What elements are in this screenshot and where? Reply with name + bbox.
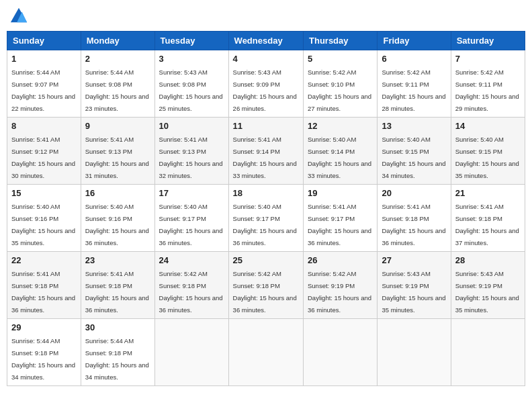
calendar-cell: 20 Sunrise: 5:41 AMSunset: 9:18 PMDaylig… xyxy=(378,185,451,252)
day-number: 8 xyxy=(11,121,77,131)
day-info: Sunrise: 5:41 AMSunset: 9:18 PMDaylight:… xyxy=(11,270,75,314)
day-number: 21 xyxy=(455,188,521,198)
day-number: 9 xyxy=(85,121,150,131)
calendar-cell: 3 Sunrise: 5:43 AMSunset: 9:08 PMDayligh… xyxy=(154,50,228,118)
day-info: Sunrise: 5:43 AMSunset: 9:08 PMDaylight:… xyxy=(159,68,223,112)
day-number: 27 xyxy=(382,255,446,265)
weekday-header-wednesday: Wednesday xyxy=(228,32,303,50)
calendar-cell: 17 Sunrise: 5:40 AMSunset: 9:17 PMDaylig… xyxy=(154,185,228,252)
day-number: 19 xyxy=(308,188,373,198)
day-number: 23 xyxy=(85,255,150,265)
day-number: 2 xyxy=(85,54,150,64)
day-number: 29 xyxy=(11,322,77,332)
calendar-cell: 12 Sunrise: 5:40 AMSunset: 9:14 PMDaylig… xyxy=(304,118,378,185)
day-number: 1 xyxy=(11,54,77,64)
calendar-cell xyxy=(154,319,228,386)
calendar-cell: 4 Sunrise: 5:43 AMSunset: 9:09 PMDayligh… xyxy=(228,50,303,118)
day-info: Sunrise: 5:40 AMSunset: 9:16 PMDaylight:… xyxy=(85,203,149,246)
calendar-week-1: 1 Sunrise: 5:44 AMSunset: 9:07 PMDayligh… xyxy=(7,50,525,118)
day-info: Sunrise: 5:40 AMSunset: 9:15 PMDaylight:… xyxy=(455,136,519,179)
calendar-cell: 8 Sunrise: 5:41 AMSunset: 9:12 PMDayligh… xyxy=(7,118,81,185)
calendar-week-3: 15 Sunrise: 5:40 AMSunset: 9:16 PMDaylig… xyxy=(7,185,525,252)
calendar-cell: 13 Sunrise: 5:40 AMSunset: 9:15 PMDaylig… xyxy=(378,118,451,185)
weekday-header-sunday: Sunday xyxy=(7,32,81,50)
calendar-body: 1 Sunrise: 5:44 AMSunset: 9:07 PMDayligh… xyxy=(7,50,525,386)
calendar-cell: 28 Sunrise: 5:43 AMSunset: 9:19 PMDaylig… xyxy=(451,252,525,319)
day-number: 30 xyxy=(85,322,150,332)
calendar-cell: 7 Sunrise: 5:42 AMSunset: 9:11 PMDayligh… xyxy=(451,50,525,118)
calendar-cell: 18 Sunrise: 5:40 AMSunset: 9:17 PMDaylig… xyxy=(228,185,303,252)
weekday-header-thursday: Thursday xyxy=(304,32,378,50)
day-info: Sunrise: 5:40 AMSunset: 9:17 PMDaylight:… xyxy=(159,203,223,246)
logo-icon xyxy=(9,7,28,26)
page-header xyxy=(7,7,525,26)
day-info: Sunrise: 5:44 AMSunset: 9:08 PMDaylight:… xyxy=(85,68,149,112)
calendar-cell: 10 Sunrise: 5:41 AMSunset: 9:13 PMDaylig… xyxy=(154,118,228,185)
day-number: 5 xyxy=(308,54,373,64)
calendar-cell xyxy=(228,319,303,386)
weekday-header-monday: Monday xyxy=(81,32,154,50)
day-number: 6 xyxy=(382,54,446,64)
calendar-cell: 22 Sunrise: 5:41 AMSunset: 9:18 PMDaylig… xyxy=(7,252,81,319)
day-number: 18 xyxy=(233,188,299,198)
day-info: Sunrise: 5:42 AMSunset: 9:18 PMDaylight:… xyxy=(233,270,297,314)
day-number: 11 xyxy=(233,121,299,131)
calendar-cell: 5 Sunrise: 5:42 AMSunset: 9:10 PMDayligh… xyxy=(304,50,378,118)
day-info: Sunrise: 5:42 AMSunset: 9:18 PMDaylight:… xyxy=(159,270,223,314)
day-info: Sunrise: 5:41 AMSunset: 9:17 PMDaylight:… xyxy=(308,203,371,246)
day-info: Sunrise: 5:41 AMSunset: 9:18 PMDaylight:… xyxy=(455,203,519,246)
day-info: Sunrise: 5:42 AMSunset: 9:11 PMDaylight:… xyxy=(382,68,445,112)
day-info: Sunrise: 5:41 AMSunset: 9:13 PMDaylight:… xyxy=(85,136,149,179)
calendar-cell: 29 Sunrise: 5:44 AMSunset: 9:18 PMDaylig… xyxy=(7,319,81,386)
day-info: Sunrise: 5:40 AMSunset: 9:14 PMDaylight:… xyxy=(308,136,371,179)
calendar-week-5: 29 Sunrise: 5:44 AMSunset: 9:18 PMDaylig… xyxy=(7,319,525,386)
day-info: Sunrise: 5:40 AMSunset: 9:15 PMDaylight:… xyxy=(382,136,445,179)
day-number: 4 xyxy=(233,54,299,64)
calendar-week-4: 22 Sunrise: 5:41 AMSunset: 9:18 PMDaylig… xyxy=(7,252,525,319)
day-number: 3 xyxy=(159,54,224,64)
day-info: Sunrise: 5:40 AMSunset: 9:17 PMDaylight:… xyxy=(233,203,297,246)
day-number: 12 xyxy=(308,121,373,131)
calendar-header-row: SundayMondayTuesdayWednesdayThursdayFrid… xyxy=(7,32,525,50)
logo xyxy=(9,7,28,26)
calendar-table: SundayMondayTuesdayWednesdayThursdayFrid… xyxy=(7,31,525,386)
day-info: Sunrise: 5:44 AMSunset: 9:18 PMDaylight:… xyxy=(11,337,75,381)
day-number: 13 xyxy=(382,121,446,131)
day-number: 25 xyxy=(233,255,299,265)
day-number: 26 xyxy=(308,255,373,265)
day-info: Sunrise: 5:41 AMSunset: 9:13 PMDaylight:… xyxy=(159,136,223,179)
calendar-cell: 9 Sunrise: 5:41 AMSunset: 9:13 PMDayligh… xyxy=(81,118,154,185)
day-info: Sunrise: 5:42 AMSunset: 9:10 PMDaylight:… xyxy=(308,68,371,112)
calendar-cell xyxy=(451,319,525,386)
day-number: 17 xyxy=(159,188,224,198)
day-number: 10 xyxy=(159,121,224,131)
calendar-cell xyxy=(378,319,451,386)
day-number: 20 xyxy=(382,188,446,198)
weekday-header-friday: Friday xyxy=(378,32,451,50)
day-info: Sunrise: 5:40 AMSunset: 9:16 PMDaylight:… xyxy=(11,203,75,246)
calendar-cell: 27 Sunrise: 5:43 AMSunset: 9:19 PMDaylig… xyxy=(378,252,451,319)
calendar-cell: 23 Sunrise: 5:41 AMSunset: 9:18 PMDaylig… xyxy=(81,252,154,319)
calendar-cell: 16 Sunrise: 5:40 AMSunset: 9:16 PMDaylig… xyxy=(81,185,154,252)
calendar-cell xyxy=(304,319,378,386)
day-number: 22 xyxy=(11,255,77,265)
weekday-header-tuesday: Tuesday xyxy=(154,32,228,50)
day-info: Sunrise: 5:42 AMSunset: 9:11 PMDaylight:… xyxy=(455,68,519,112)
calendar-cell: 21 Sunrise: 5:41 AMSunset: 9:18 PMDaylig… xyxy=(451,185,525,252)
calendar-cell: 1 Sunrise: 5:44 AMSunset: 9:07 PMDayligh… xyxy=(7,50,81,118)
day-number: 15 xyxy=(11,188,77,198)
calendar-cell: 24 Sunrise: 5:42 AMSunset: 9:18 PMDaylig… xyxy=(154,252,228,319)
calendar-cell: 6 Sunrise: 5:42 AMSunset: 9:11 PMDayligh… xyxy=(378,50,451,118)
calendar-cell: 19 Sunrise: 5:41 AMSunset: 9:17 PMDaylig… xyxy=(304,185,378,252)
calendar-cell: 26 Sunrise: 5:42 AMSunset: 9:19 PMDaylig… xyxy=(304,252,378,319)
day-info: Sunrise: 5:42 AMSunset: 9:19 PMDaylight:… xyxy=(308,270,371,314)
calendar-cell: 11 Sunrise: 5:41 AMSunset: 9:14 PMDaylig… xyxy=(228,118,303,185)
calendar-cell: 15 Sunrise: 5:40 AMSunset: 9:16 PMDaylig… xyxy=(7,185,81,252)
calendar-cell: 25 Sunrise: 5:42 AMSunset: 9:18 PMDaylig… xyxy=(228,252,303,319)
day-info: Sunrise: 5:41 AMSunset: 9:14 PMDaylight:… xyxy=(233,136,297,179)
day-info: Sunrise: 5:41 AMSunset: 9:12 PMDaylight:… xyxy=(11,136,75,179)
day-number: 28 xyxy=(455,255,521,265)
calendar-cell: 30 Sunrise: 5:44 AMSunset: 9:18 PMDaylig… xyxy=(81,319,154,386)
day-info: Sunrise: 5:41 AMSunset: 9:18 PMDaylight:… xyxy=(382,203,445,246)
day-number: 7 xyxy=(455,54,521,64)
